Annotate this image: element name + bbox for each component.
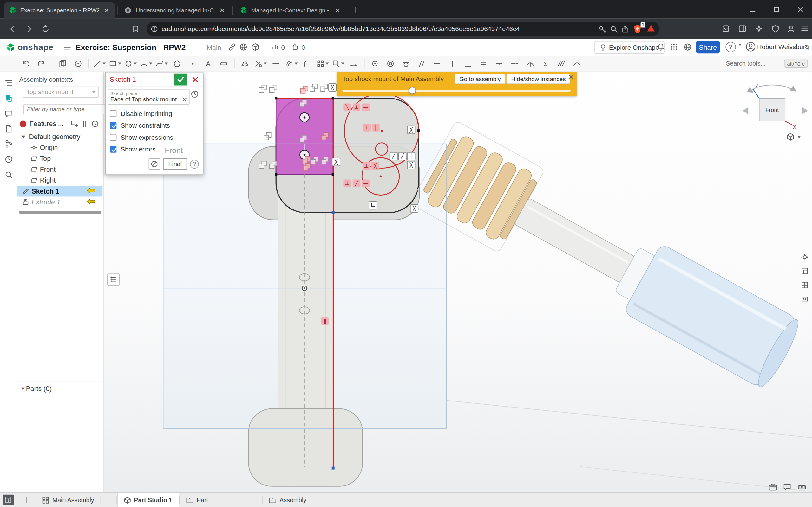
- constraint-badge[interactable]: —: [352, 217, 360, 224]
- constraint-badge[interactable]: ╳: [328, 83, 337, 92]
- shock-absorber-model[interactable]: [410, 120, 808, 399]
- equal-constraint-icon[interactable]: [477, 57, 490, 69]
- instance-badge[interactable]: [259, 85, 266, 93]
- constraint-badge[interactable]: —: [362, 180, 369, 187]
- tab-part-studio-1[interactable]: Part Studio 1: [117, 493, 179, 507]
- mirror-tool-icon[interactable]: [239, 57, 251, 69]
- checkbox[interactable]: [110, 134, 116, 141]
- horizontal-constraint-icon[interactable]: [431, 57, 443, 69]
- app-store-grid-icon[interactable]: [670, 43, 678, 51]
- sketch-grid-toggle[interactable]: [149, 158, 160, 170]
- extend-tool-icon[interactable]: [270, 57, 282, 69]
- line-tool-icon[interactable]: [93, 57, 106, 69]
- constraint-badge[interactable]: ⊥: [353, 104, 360, 111]
- coincident-constraint-icon[interactable]: [368, 57, 381, 69]
- document-panel-icon[interactable]: [3, 124, 14, 134]
- rectangle-tool-icon[interactable]: [109, 57, 121, 69]
- minimize-button[interactable]: [741, 0, 764, 19]
- instance-badge[interactable]: [321, 157, 328, 164]
- feature-history-icon[interactable]: [91, 120, 99, 128]
- parts-section[interactable]: Parts (0): [16, 381, 103, 393]
- view-menu-button[interactable]: [786, 132, 801, 141]
- view-tool-button-2[interactable]: [800, 266, 810, 276]
- constraint-badge[interactable]: ⊥: [343, 180, 351, 187]
- share-page-icon[interactable]: [621, 25, 629, 33]
- instance-badge-error[interactable]: [303, 163, 310, 170]
- constraint-badge[interactable]: ‖: [321, 317, 328, 325]
- cancel-sketch-button[interactable]: [190, 73, 201, 86]
- features-header[interactable]: ! Features ...: [16, 120, 103, 128]
- site-info-icon[interactable]: [151, 25, 158, 33]
- context-reference-icon[interactable]: [191, 90, 199, 98]
- versions-panel-icon[interactable]: [3, 139, 14, 149]
- sketch-origin[interactable]: [302, 286, 307, 291]
- search-panel-icon[interactable]: [3, 170, 14, 180]
- 3d-viewport[interactable]: [104, 56, 812, 493]
- tab-main-assembly[interactable]: Main Assembly: [36, 493, 101, 507]
- tab-close-icon[interactable]: [334, 6, 342, 14]
- parts-caret-icon[interactable]: [20, 388, 25, 390]
- instance-badge[interactable]: [269, 85, 277, 93]
- address-bar[interactable]: cad.onshape.com/documents/edc9e28465e5e7…: [147, 22, 659, 37]
- activity-icon[interactable]: [271, 43, 279, 51]
- tab-folder-assembly[interactable]: Assembly: [262, 493, 345, 507]
- banner-close-icon[interactable]: [568, 74, 574, 80]
- normal-constraint-icon[interactable]: [524, 57, 537, 69]
- clear-plane-icon[interactable]: [183, 97, 187, 102]
- in-context-panel-icon[interactable]: [3, 93, 14, 104]
- option-show-expressions[interactable]: Show expressions: [106, 131, 203, 144]
- tree-node-origin[interactable]: Origin: [17, 142, 102, 153]
- instance-badge[interactable]: [299, 99, 307, 107]
- tab-close-icon[interactable]: [102, 6, 111, 14]
- opacity-slider-handle[interactable]: [409, 87, 416, 94]
- measure-icon[interactable]: [796, 483, 807, 492]
- instance-badge-error[interactable]: [321, 132, 328, 140]
- undo-icon[interactable]: [20, 57, 32, 69]
- checkbox[interactable]: [110, 110, 116, 117]
- instance-badge[interactable]: [310, 83, 317, 91]
- constraint-badge[interactable]: ╳: [407, 126, 415, 134]
- browser-tab[interactable]: Understanding Managed In-Context: [119, 2, 230, 19]
- tab-folder-part[interactable]: Part: [180, 493, 262, 507]
- workspace-name[interactable]: Main: [206, 44, 221, 52]
- view-tool-button-4[interactable]: [800, 294, 810, 304]
- dialog-help-icon[interactable]: ?: [190, 160, 199, 169]
- document-menu-icon[interactable]: [63, 43, 71, 51]
- slot-tool-icon[interactable]: [217, 57, 230, 69]
- instance-badge[interactable]: [264, 132, 271, 140]
- browser-menu-icon[interactable]: [798, 22, 811, 36]
- hatch-icon[interactable]: [555, 57, 567, 69]
- go-to-assembly-button[interactable]: Go to assembly: [455, 74, 505, 83]
- insert-feature-icon[interactable]: [70, 120, 78, 128]
- close-window-button[interactable]: [788, 0, 812, 19]
- constraint-badge[interactable]: ╳: [410, 205, 418, 213]
- constraint-badge[interactable]: ╱: [398, 152, 407, 160]
- history-panel-icon[interactable]: [3, 154, 14, 165]
- fillet-tool-icon[interactable]: [301, 57, 313, 69]
- instance-badge[interactable]: [299, 135, 307, 143]
- concentric-constraint-icon[interactable]: [384, 57, 397, 69]
- document-title[interactable]: Exercise: Suspension - RPW2: [75, 43, 186, 52]
- constraint-badge[interactable]: ╳: [332, 158, 340, 166]
- link-icon[interactable]: [228, 43, 236, 51]
- construction-toggle-icon[interactable]: [508, 57, 521, 69]
- browser-tab[interactable]: Managed In-Context Design - Exercis: [235, 2, 346, 19]
- option-show-constraints[interactable]: Show constraints: [106, 119, 203, 131]
- constraint-badge[interactable]: │: [372, 124, 379, 131]
- feedback-chat-icon[interactable]: [781, 483, 793, 492]
- onshape-logo-text[interactable]: onshape: [18, 43, 54, 52]
- forward-icon[interactable]: [22, 22, 36, 36]
- feature-list-panel-icon[interactable]: [3, 78, 14, 88]
- vpn-shield-icon[interactable]: [768, 22, 782, 36]
- comments-panel-icon[interactable]: [3, 109, 14, 119]
- url-text[interactable]: cad.onshape.com/documents/edc9e28465e5e7…: [161, 25, 595, 33]
- sketch-dialog-header[interactable]: Sketch 1: [106, 72, 203, 87]
- filter-input[interactable]: [23, 104, 111, 114]
- language-globe-icon[interactable]: [683, 43, 692, 51]
- checkbox[interactable]: [110, 122, 116, 129]
- constraint-badge[interactable]: ╲: [343, 104, 351, 111]
- trim-tool-icon[interactable]: [254, 57, 267, 69]
- add-element-tab-button[interactable]: [20, 494, 32, 505]
- arc-tool-icon[interactable]: [140, 57, 152, 69]
- vertical-constraint-icon[interactable]: [446, 57, 459, 69]
